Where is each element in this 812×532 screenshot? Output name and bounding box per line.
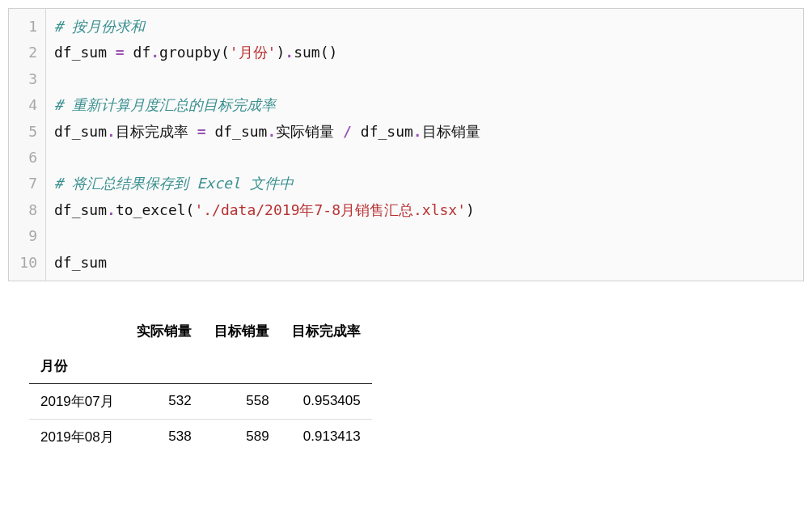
code-content[interactable]: # 按月份求和df_sum = df.groupby('月份').sum() #…	[46, 9, 488, 281]
index-name: 月份	[29, 348, 125, 384]
code-token: df_sum	[352, 123, 413, 140]
comment-text: # 按月份求和	[54, 18, 145, 35]
cell-value: 0.953405	[281, 383, 372, 419]
table-row: 2019年07月 532 558 0.953405	[29, 383, 372, 419]
row-index: 2019年07月	[29, 383, 125, 419]
operator: .	[285, 44, 294, 61]
code-token: 目标完成率	[116, 123, 197, 140]
comment-text: # 将汇总结果保存到 Excel 文件中	[54, 175, 294, 192]
code-line: df_sum = df.groupby('月份').sum()	[54, 40, 480, 65]
code-line: # 重新计算月度汇总的目标完成率	[54, 92, 480, 118]
cell-value: 532	[125, 383, 203, 419]
operator: =	[197, 123, 206, 140]
code-token: df_sum	[54, 254, 107, 271]
code-cell[interactable]: 1 2 3 4 5 6 7 8 9 10 # 按月份求和df_sum = df.…	[8, 8, 804, 281]
code-line	[54, 223, 480, 249]
code-token: df	[125, 44, 151, 61]
column-header: 目标销量	[203, 314, 281, 348]
operator: /	[343, 123, 352, 140]
line-number: 1	[14, 14, 37, 40]
table-header-row: 实际销量 目标销量 目标完成率	[29, 314, 372, 348]
code-token: to_excel(	[116, 201, 195, 218]
line-number: 7	[14, 171, 37, 196]
dataframe-table: 实际销量 目标销量 目标完成率 月份 2019年07月 532 558 0.95…	[29, 314, 372, 454]
code-token: df_sum	[54, 201, 107, 218]
operator: .	[150, 44, 159, 61]
operator: .	[107, 201, 116, 218]
line-number: 9	[14, 223, 37, 249]
cell-value: 589	[203, 419, 281, 454]
code-token: sum()	[294, 44, 337, 61]
line-number: 6	[14, 145, 37, 171]
code-line: df_sum.to_excel('./data/2019年7-8月销售汇总.xl…	[54, 197, 480, 223]
table-row: 2019年08月 538 589 0.913413	[29, 419, 372, 454]
code-token: )	[466, 201, 475, 218]
row-index: 2019年08月	[29, 419, 125, 454]
line-number-gutter: 1 2 3 4 5 6 7 8 9 10	[9, 9, 46, 281]
string-literal: './data/2019年7-8月销售汇总.xlsx'	[194, 201, 466, 218]
code-token: 实际销量	[276, 123, 343, 140]
operator: =	[116, 44, 125, 61]
code-line	[54, 145, 480, 171]
cell-value: 0.913413	[281, 419, 372, 454]
cell-value: 538	[125, 419, 203, 454]
operator: .	[267, 123, 276, 140]
line-number: 3	[14, 66, 37, 92]
line-number: 8	[14, 197, 37, 223]
code-line: df_sum	[54, 250, 480, 276]
line-number: 10	[14, 250, 37, 276]
code-line: # 按月份求和	[54, 14, 480, 40]
code-token: df_sum	[54, 123, 107, 140]
string-literal: '月份'	[230, 44, 277, 61]
column-header: 目标完成率	[281, 314, 372, 348]
comment-text: # 重新计算月度汇总的目标完成率	[54, 96, 276, 113]
index-name-row: 月份	[29, 348, 372, 384]
operator: .	[413, 123, 422, 140]
code-token: 目标销量	[422, 123, 480, 140]
line-number: 5	[14, 119, 37, 145]
code-line: df_sum.目标完成率 = df_sum.实际销量 / df_sum.目标销量	[54, 119, 480, 145]
operator: .	[107, 123, 116, 140]
code-line: # 将汇总结果保存到 Excel 文件中	[54, 171, 480, 196]
code-line	[54, 66, 480, 92]
code-token: df_sum	[54, 44, 116, 61]
line-number: 2	[14, 40, 37, 65]
code-token: df_sum	[206, 123, 268, 140]
line-number: 4	[14, 92, 37, 118]
cell-value: 558	[203, 383, 281, 419]
column-header: 实际销量	[125, 314, 203, 348]
code-token: )	[276, 44, 285, 61]
dataframe-output: 实际销量 目标销量 目标完成率 月份 2019年07月 532 558 0.95…	[29, 314, 804, 454]
code-token: groupby(	[159, 44, 230, 61]
